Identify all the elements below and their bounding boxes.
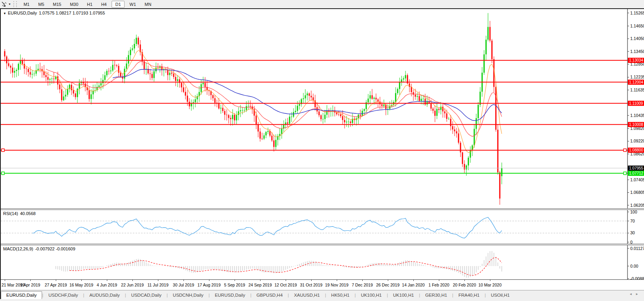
mt4-terminal: ▼ M1M5M15M30H1H4D1W1MN ▼EURUSD,Daily1.07… xyxy=(0,0,644,301)
date-label: 4 Jun 2019 xyxy=(97,283,117,287)
cursor-tool-icon[interactable] xyxy=(1,1,8,7)
tab-scroll-arrows: ◄► xyxy=(629,292,642,296)
svg-text:30: 30 xyxy=(630,230,635,235)
chart-tab-uk100-h1[interactable]: UK100,H1 xyxy=(356,292,387,299)
line-handle[interactable] xyxy=(624,149,626,151)
svg-text:1.10008: 1.10008 xyxy=(629,122,644,127)
date-tick xyxy=(286,280,286,281)
timeframe-button-h1[interactable]: H1 xyxy=(83,1,96,8)
chart-tab-audusd-daily[interactable]: AUDUSD,Daily xyxy=(84,292,125,299)
svg-text:1.14650: 1.14650 xyxy=(630,24,644,28)
svg-text:-0.008837: -0.008837 xyxy=(630,276,644,280)
date-label: 26 Dec 2019 xyxy=(376,283,400,287)
chart-tabs: EURUSD,Daily|USDCHF,Daily|AUDUSD,Daily|U… xyxy=(1,291,515,299)
date-label: 9 Apr 2019 xyxy=(20,283,40,287)
tab-scroll-right-icon[interactable]: ► xyxy=(635,292,642,296)
macd-panel[interactable]: 0.0112770.00-0.008837 xyxy=(1,245,644,279)
svg-text:1.12235: 1.12235 xyxy=(630,75,644,79)
date-tick xyxy=(107,280,107,281)
tool-dropdown-caret-icon[interactable]: ▼ xyxy=(8,3,11,5)
chart-tab-usdchf-daily[interactable]: USDCHF,Daily xyxy=(43,292,83,299)
date-tick xyxy=(183,280,184,281)
timeframe-button-m5[interactable]: M5 xyxy=(35,1,48,8)
main-price-chart[interactable]: 1.152651.146501.140501.134501.128501.122… xyxy=(1,9,644,208)
date-tick xyxy=(362,280,363,281)
date-tick xyxy=(209,280,209,281)
timeframe-button-mn[interactable]: MN xyxy=(141,1,155,8)
rsi-panel[interactable]: 10070300 xyxy=(1,210,644,244)
chart-tab-usdcad-daily[interactable]: USDCAD,Daily xyxy=(126,292,167,299)
chart-tab-eurusd-daily[interactable]: EURUSD,Daily xyxy=(1,291,42,299)
date-tick xyxy=(311,280,312,281)
macd-name: MACD(12,26,9) xyxy=(3,246,33,251)
rsi-indicator-label: RSI(14)40.0568 xyxy=(3,211,36,216)
date-axis: 21 Mar 20199 Apr 201927 Apr 201916 May 2… xyxy=(1,279,644,290)
timeframe-button-m1[interactable]: M1 xyxy=(20,1,33,8)
timeframe-button-m30[interactable]: M30 xyxy=(66,1,82,8)
chart-tab-xauusd-h1[interactable]: XAUUSD,H1 xyxy=(289,292,325,299)
svg-text:1.15265: 1.15265 xyxy=(630,11,644,15)
window-bottom-strip xyxy=(0,299,644,301)
macd-indicator-label: MACD(12,26,9)-0.007922 -0.001609 xyxy=(3,246,75,251)
date-tick xyxy=(337,280,337,281)
date-tick xyxy=(490,280,490,281)
timeframe-buttons: M1M5M15M30H1H4D1W1MN xyxy=(19,0,156,8)
line-handle[interactable] xyxy=(624,172,626,175)
chart-window: ▼EURUSD,Daily1.07575 1.08217 1.07193 1.0… xyxy=(0,8,644,299)
timeframe-button-w1[interactable]: W1 xyxy=(126,1,140,8)
svg-text:1.12004: 1.12004 xyxy=(629,80,644,84)
date-label: 1 Feb 2020 xyxy=(428,283,449,287)
date-label: 24 Sep 2019 xyxy=(248,283,272,287)
line-handle[interactable] xyxy=(2,172,4,175)
chart-tab-eurusd-daily[interactable]: EURUSD,Daily xyxy=(210,292,250,299)
svg-text:1.11009: 1.11009 xyxy=(629,101,643,106)
line-handle[interactable] xyxy=(2,149,4,151)
timeframe-toolbar: ▼ M1M5M15M30H1H4D1W1MN xyxy=(0,0,644,8)
svg-text:1.06805: 1.06805 xyxy=(630,190,644,195)
tab-scroll-left-icon[interactable]: ◄ xyxy=(629,292,635,296)
date-label: 31 Oct 2019 xyxy=(300,283,322,287)
timeframe-button-h4[interactable]: H4 xyxy=(97,1,110,8)
date-tick xyxy=(388,280,388,281)
date-tick xyxy=(56,280,56,281)
date-tick xyxy=(464,280,465,281)
chart-tab-bar: EURUSD,Daily|USDCHF,Daily|AUDUSD,Daily|U… xyxy=(1,290,644,299)
chart-tab-gbpusd-h4[interactable]: GBPUSD,H4 xyxy=(251,292,288,299)
timeframe-button-m15[interactable]: M15 xyxy=(50,1,65,8)
date-label: 7 Dec 2019 xyxy=(352,283,373,287)
chart-tab-ger30-h1[interactable]: GER30,H1 xyxy=(420,292,452,299)
chart-tab-fra40-h1[interactable]: FRA40,H1 xyxy=(453,292,485,299)
date-tick xyxy=(30,280,31,281)
chart-tab-usoil-h1[interactable]: USOil,H1 xyxy=(486,292,515,299)
date-label: 27 Apr 2019 xyxy=(45,283,67,287)
date-label: 20 Feb 2020 xyxy=(453,283,476,287)
timeframe-button-d1[interactable]: D1 xyxy=(112,1,124,8)
date-label: 14 Jan 2020 xyxy=(402,283,425,287)
date-tick xyxy=(413,280,414,281)
date-tick xyxy=(132,280,133,281)
date-tick xyxy=(439,280,439,281)
collapse-triangle-icon[interactable]: ▼ xyxy=(3,12,6,15)
date-tick xyxy=(260,280,261,281)
date-label: 19 Nov 2019 xyxy=(325,283,349,287)
svg-text:1.07405: 1.07405 xyxy=(630,177,644,182)
svg-text:1.07955: 1.07955 xyxy=(629,166,644,170)
date-label: 30 Jul 2019 xyxy=(173,283,194,287)
date-label: 10 Mar 2020 xyxy=(479,283,502,287)
svg-text:1.13034: 1.13034 xyxy=(629,58,644,62)
svg-text:1.14050: 1.14050 xyxy=(630,36,644,41)
chart-tab-usdcnh-daily[interactable]: USDCNH,Daily xyxy=(168,292,209,299)
date-tick xyxy=(235,280,235,281)
chart-title-ohlc: 1.07575 1.08217 1.07193 1.07955 xyxy=(39,11,105,15)
svg-text:0: 0 xyxy=(630,240,633,244)
svg-text:100: 100 xyxy=(630,210,637,214)
date-label: 11 Jul 2019 xyxy=(147,283,169,287)
date-label: 17 Aug 2019 xyxy=(198,283,221,287)
toolbar-grip[interactable] xyxy=(13,1,17,7)
date-tick xyxy=(158,280,158,281)
date-label: 5 Sep 2019 xyxy=(224,283,245,287)
chart-tab-uk100-h1[interactable]: UK100,H1 xyxy=(388,292,419,299)
svg-text:1.08800: 1.08800 xyxy=(629,148,644,152)
svg-text:1.06205: 1.06205 xyxy=(630,203,644,208)
chart-tab-hk50-h1[interactable]: HK50,H1 xyxy=(326,292,355,299)
